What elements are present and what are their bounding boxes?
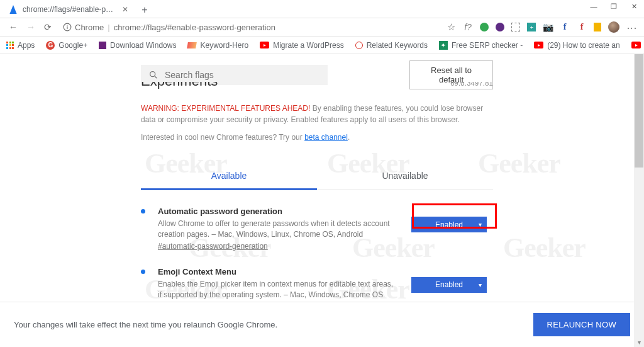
window-controls: — ❐ ✕ — [584, 0, 644, 13]
relaunch-now-button[interactable]: RELAUNCH NOW — [533, 313, 631, 336]
omnibox[interactable]: Chrome | chrome://flags/#enable-password… — [63, 23, 440, 32]
bookmark-download-windows[interactable]: Download Windows — [99, 41, 176, 50]
flag-hash-link[interactable]: #automatic-password-generation — [158, 242, 268, 251]
google-plus-icon: G — [46, 41, 55, 50]
chrome-chip-label: Chrome — [75, 23, 104, 32]
extension-icons: ☆ f? ＋ 📷 f f ⋮ — [446, 21, 640, 33]
extension-f-red[interactable]: f — [577, 22, 587, 32]
scrollbar-thumb[interactable] — [635, 54, 643, 168]
browser-menu-button[interactable]: ⋮ — [626, 22, 636, 32]
bookmark-label: Download Windows — [110, 41, 176, 50]
youtube-icon — [631, 42, 641, 48]
bookmark-star-icon[interactable]: ☆ — [446, 22, 456, 32]
youtube-icon — [534, 42, 543, 48]
warning-text: WARNING: EXPERIMENTAL FEATURES AHEAD! By… — [141, 103, 493, 125]
vertical-scrollbar[interactable]: ▾ — [634, 54, 644, 347]
flag-bullet-icon — [141, 209, 145, 213]
tab-available[interactable]: Available — [141, 163, 317, 190]
bookmark-keyword-hero[interactable]: Keyword-Hero — [187, 41, 248, 50]
bookmark-label: Google+ — [58, 41, 87, 50]
flag-value-select[interactable]: Enabled — [411, 277, 487, 293]
relaunch-message: Your changes will take effect the next t… — [14, 320, 277, 329]
flag-description: Enables the Emoji picker item in context… — [158, 279, 399, 301]
page-title: Experiments — [141, 82, 218, 89]
flag-bullet-icon — [141, 270, 145, 274]
security-chip[interactable]: Chrome — [63, 23, 104, 32]
ring-icon — [355, 42, 363, 49]
bookmark-label: (29) How to create an — [547, 41, 619, 50]
bookmark-google-plus[interactable]: G Google+ — [46, 41, 87, 50]
bookmark-free-serp[interactable]: ✦ Free SERP checker - — [439, 41, 523, 50]
bookmark-label: Related Keywords — [367, 41, 428, 50]
flag-value-select[interactable]: Enabled — [411, 217, 487, 232]
bookmark-apps[interactable]: Apps — [6, 41, 35, 50]
url-text: chrome://flags/#enable-password-generati… — [114, 23, 275, 32]
forward-button[interactable]: → — [26, 22, 35, 32]
close-window-button[interactable]: ✕ — [624, 0, 644, 13]
windows-icon — [99, 42, 106, 49]
flags-scroll-area[interactable]: Geeker Geeker Geeker Geeker Geeker Geeke… — [0, 54, 634, 302]
search-icon — [148, 70, 158, 80]
flag-title: Emoji Context Menu — [158, 267, 399, 276]
back-button[interactable]: ← — [9, 22, 18, 32]
flask-icon — [9, 5, 18, 14]
keyword-hero-icon — [187, 42, 197, 48]
svg-rect-2 — [67, 25, 67, 26]
extension-camera-icon[interactable]: 📷 — [543, 22, 553, 32]
serp-icon: ✦ — [439, 41, 448, 50]
flag-row: Automatic password generation Allow Chro… — [141, 207, 493, 251]
extension-purple-k[interactable] — [496, 23, 504, 31]
extension-f-blue[interactable]: f — [560, 22, 570, 32]
bookmark-label: Migrate a WordPress — [273, 41, 343, 50]
extension-green-dot[interactable] — [480, 23, 489, 31]
close-tab-icon[interactable]: ✕ — [122, 5, 128, 14]
bookmark-howto-create[interactable]: (29) How to create an — [534, 41, 619, 50]
youtube-icon — [260, 42, 269, 48]
bookmark-label: Apps — [18, 41, 35, 50]
warning-label: WARNING: EXPERIMENTAL FEATURES AHEAD! — [141, 104, 310, 113]
bookmark-label: Free SERP checker - — [452, 41, 523, 50]
tab-title: chrome://flags/#enable-passwor — [23, 5, 117, 14]
extension-teal-square[interactable]: ＋ — [527, 23, 536, 31]
extension-dotted-box[interactable] — [511, 23, 520, 31]
apps-icon — [6, 42, 14, 49]
flags-tabs: Available Unavailable — [141, 163, 493, 190]
bookmark-migrate-wp[interactable]: Migrate a WordPress — [260, 41, 343, 50]
minimize-button[interactable]: — — [584, 0, 604, 13]
svg-line-4 — [155, 76, 157, 78]
scrollbar-down-arrow[interactable]: ▾ — [634, 339, 644, 346]
bookmark-label: Keyword-Hero — [200, 41, 248, 50]
bookmarks-bar: Apps G Google+ Download Windows Keyword-… — [0, 37, 644, 54]
info-icon — [63, 23, 72, 31]
tab-unavailable[interactable]: Unavailable — [317, 163, 493, 190]
nav-buttons: ← → ⟳ — [4, 22, 57, 32]
beta-channel-link[interactable]: beta channel — [304, 133, 348, 142]
interested-pre: Interested in cool new Chrome features? … — [141, 133, 304, 142]
beta-channel-text: Interested in cool new Chrome features? … — [141, 133, 493, 142]
extension-f-question[interactable]: f? — [463, 22, 473, 32]
bookmark-related-keywords[interactable]: Related Keywords — [355, 41, 428, 50]
search-placeholder: Search flags — [165, 70, 214, 80]
flag-description: Allow Chrome to offer to generate passwo… — [158, 219, 399, 241]
svg-rect-1 — [67, 26, 67, 29]
maximize-button[interactable]: ❐ — [604, 0, 624, 13]
extension-orange-bar[interactable] — [594, 23, 601, 31]
flag-row: Emoji Context Menu Enables the Emoji pic… — [141, 267, 493, 302]
browser-tab[interactable]: chrome://flags/#enable-passwor ✕ — [3, 1, 135, 18]
profile-avatar[interactable] — [608, 21, 619, 33]
browser-toolbar: ← → ⟳ Chrome | chrome://flags/#enable-pa… — [0, 18, 644, 37]
new-tab-button[interactable]: + — [137, 3, 152, 18]
bookmark-hang-ups[interactable]: Hang Ups (Want You — [631, 41, 644, 50]
flags-page: Geeker Geeker Geeker Geeker Geeker Geeke… — [0, 54, 644, 347]
omnibox-divider: | — [108, 23, 109, 32]
reload-button[interactable]: ⟳ — [44, 22, 52, 32]
page-title-row: Experiments 69.0.3497.81 — [141, 82, 493, 89]
flag-title: Automatic password generation — [158, 207, 399, 216]
relaunch-bar: Your changes will take effect the next t… — [0, 302, 644, 347]
svg-point-3 — [150, 72, 155, 77]
chrome-version: 69.0.3497.81 — [450, 82, 493, 87]
tab-strip: chrome://flags/#enable-passwor ✕ + — [0, 0, 644, 18]
